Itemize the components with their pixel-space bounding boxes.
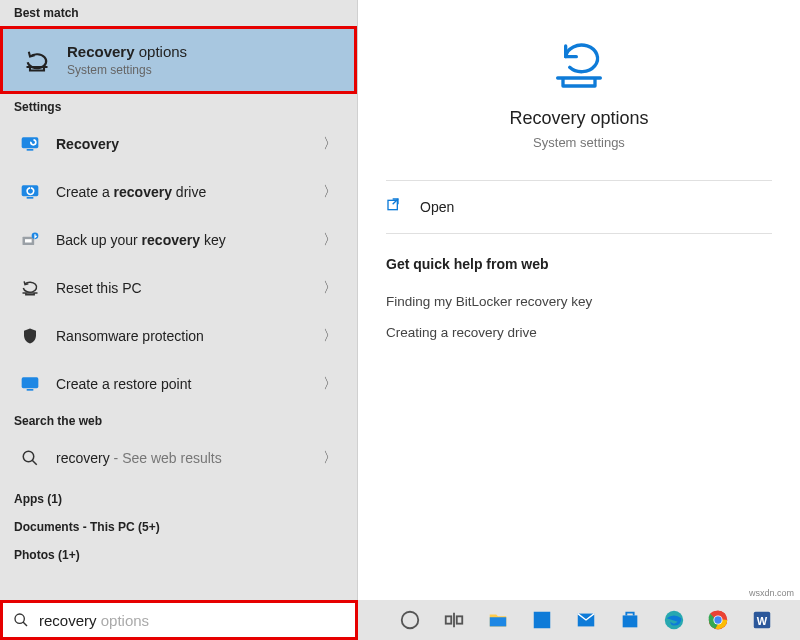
watermark: wsxdn.com [749, 588, 794, 598]
svg-rect-8 [22, 378, 39, 389]
shield-icon [14, 320, 46, 352]
chevron-right-icon: 〉 [317, 449, 343, 467]
restore-point-icon [14, 368, 46, 400]
chevron-right-icon: 〉 [317, 183, 343, 201]
result-recovery[interactable]: Recovery 〉 [0, 120, 357, 168]
result-ransomware[interactable]: Ransomware protection 〉 [0, 312, 357, 360]
recovery-icon [14, 128, 46, 160]
svg-line-15 [23, 622, 27, 626]
open-icon [386, 197, 406, 217]
open-label: Open [420, 199, 454, 215]
recovery-options-icon [17, 44, 57, 76]
svg-point-14 [15, 614, 24, 623]
result-title: Back up your recovery key [56, 232, 317, 249]
cortana-icon[interactable] [388, 600, 432, 640]
chevron-right-icon: 〉 [317, 135, 343, 153]
word-icon[interactable]: W [740, 600, 784, 640]
section-search-web: Search the web [0, 408, 357, 434]
chevron-right-icon: 〉 [317, 327, 343, 345]
svg-point-10 [23, 452, 34, 463]
section-settings: Settings [0, 94, 357, 120]
svg-rect-21 [534, 612, 551, 629]
svg-rect-2 [27, 149, 34, 151]
result-title: Recovery [56, 136, 317, 153]
search-input-text: recovery options [39, 612, 149, 629]
best-match-title: Recovery options [67, 43, 340, 61]
chevron-right-icon: 〉 [317, 375, 343, 393]
search-results-pane: Best match Recovery options System setti… [0, 0, 358, 600]
svg-rect-6 [25, 240, 32, 243]
svg-line-11 [32, 461, 37, 466]
taskbar-search-box[interactable]: recovery options [0, 600, 358, 640]
svg-rect-9 [27, 389, 34, 391]
result-title: Create a recovery drive [56, 184, 317, 201]
quick-link-bitlocker[interactable]: Finding my BitLocker recovery key [386, 286, 772, 317]
recovery-drive-icon [14, 176, 46, 208]
svg-point-28 [714, 616, 721, 623]
result-restore-point[interactable]: Create a restore point 〉 [0, 360, 357, 408]
reset-pc-icon [14, 272, 46, 304]
result-title: recovery - See web results [56, 450, 317, 467]
chrome-icon[interactable] [696, 600, 740, 640]
section-best-match: Best match [0, 0, 357, 26]
svg-rect-17 [446, 616, 452, 623]
result-backup-key[interactable]: Back up your recovery key 〉 [0, 216, 357, 264]
preview-subtitle: System settings [533, 135, 625, 150]
result-title: Create a restore point [56, 376, 317, 393]
web-search-result[interactable]: recovery - See web results 〉 [0, 434, 357, 482]
store-icon[interactable] [608, 600, 652, 640]
result-recovery-drive[interactable]: Create a recovery drive 〉 [0, 168, 357, 216]
task-view-icon[interactable] [432, 600, 476, 640]
open-action[interactable]: Open [386, 185, 772, 229]
result-reset-pc[interactable]: Reset this PC 〉 [0, 264, 357, 312]
photos-count[interactable]: Photos (1+) [0, 538, 357, 566]
svg-rect-20 [490, 617, 507, 626]
taskbar: recovery options W [0, 600, 800, 640]
result-title: Reset this PC [56, 280, 317, 297]
preview-title: Recovery options [509, 108, 648, 129]
quick-help-title: Get quick help from web [386, 256, 772, 272]
quick-link-recovery-drive[interactable]: Creating a recovery drive [386, 317, 772, 348]
preview-pane: Recovery options System settings Open Ge… [358, 0, 800, 600]
result-title: Ransomware protection [56, 328, 317, 345]
file-explorer-icon[interactable] [476, 600, 520, 640]
divider [386, 233, 772, 234]
divider [386, 180, 772, 181]
documents-count[interactable]: Documents - This PC (5+) [0, 510, 357, 538]
preview-hero-icon [547, 30, 611, 94]
key-backup-icon [14, 224, 46, 256]
search-icon [13, 612, 29, 628]
svg-point-16 [402, 612, 419, 629]
chevron-right-icon: 〉 [317, 231, 343, 249]
svg-text:W: W [757, 615, 768, 627]
svg-rect-23 [623, 615, 638, 627]
app-icon-1[interactable] [520, 600, 564, 640]
best-match-result[interactable]: Recovery options System settings [0, 26, 357, 94]
best-match-subtitle: System settings [67, 63, 340, 77]
search-icon [14, 442, 46, 474]
svg-rect-4 [27, 197, 34, 199]
edge-icon[interactable] [652, 600, 696, 640]
chevron-right-icon: 〉 [317, 279, 343, 297]
mail-icon[interactable] [564, 600, 608, 640]
apps-count[interactable]: Apps (1) [0, 482, 357, 510]
svg-rect-18 [457, 616, 463, 623]
